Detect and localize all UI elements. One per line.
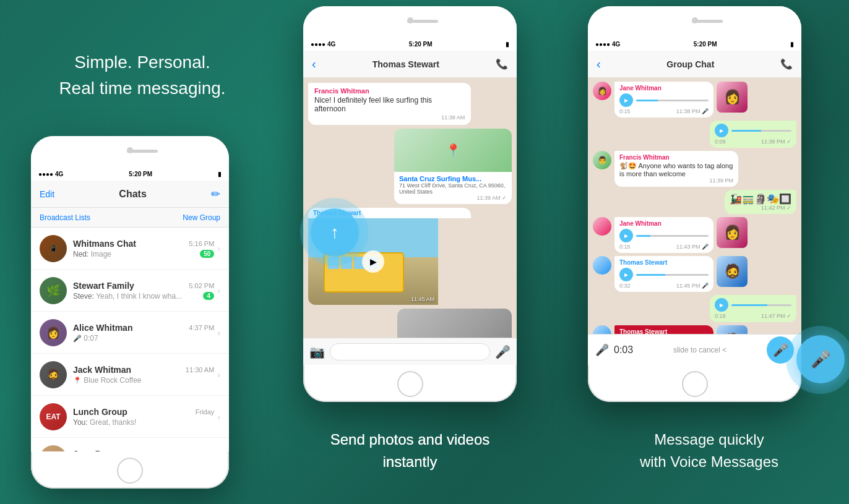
voice-time: 11:45 PM 🎤 [676, 283, 709, 289]
avatar: 🧔 [40, 361, 67, 388]
chevron-right-icon: › [217, 370, 220, 380]
back-button[interactable]: ‹ [597, 57, 601, 71]
mic-recording-icon: 🎤 [595, 343, 609, 357]
clock: 5:20 PM [694, 41, 717, 48]
chat-name: Whitmans Chat [73, 239, 136, 249]
chat-list: 📱 Whitmans Chat 5:16 PM Ned: Image 50 › [31, 228, 229, 451]
play-button[interactable]: ▶ [619, 268, 633, 281]
mic-button-large[interactable]: 🎤 [796, 335, 845, 383]
waveform [636, 100, 709, 101]
voice-message: Jane Whitman ▶ 0:15 11:43 PM 🎤 👩 [593, 217, 796, 253]
chat-preview: 🎤 0:07 [73, 334, 98, 343]
play-button[interactable]: ▶ [362, 250, 384, 273]
conversation-title: Thomas Stewart [373, 59, 439, 69]
emoji-bubble: 🚂🚃🗿🎭🔲 11:42 PM ✓ [725, 190, 796, 214]
voice-bubble: Jane Whitman ▶ 0:15 11:38 PM 🎤 [614, 82, 713, 117]
waveform [731, 130, 791, 132]
compose-button[interactable]: ✏ [211, 187, 220, 201]
chevron-right-icon: › [217, 286, 220, 296]
chat-name: Jack Whitman [73, 365, 131, 375]
status-bar: ●●●● 4G 5:20 PM ▮ [303, 37, 517, 51]
emoji-message: 🚂🚃🗿🎭🔲 11:42 PM ✓ [593, 190, 796, 214]
list-item[interactable]: 🧔 Jack Whitman 11:30 AM 📍 Blue Rock Coff… [31, 354, 229, 396]
list-item[interactable]: 👩‍🦰 Jane Pearson Friday 🔥💬 › [31, 438, 229, 451]
edit-button[interactable]: Edit [40, 189, 54, 199]
voice-chat-header: ‹ Group Chat 📞 [588, 51, 801, 78]
chat-time: 4:37 PM [189, 324, 214, 331]
recording-timer: 0:03 [614, 344, 633, 356]
avatar: 📱 [40, 235, 67, 262]
list-item[interactable]: 📱 Whitmans Chat 5:16 PM Ned: Image 50 › [31, 228, 229, 270]
play-button[interactable]: ▶ [619, 93, 633, 107]
text-bubble: Francis Whitman 🐒🤩 Anyone who wants to t… [614, 151, 738, 187]
voice-sender: Jane Whitman [619, 220, 709, 227]
voice-controls: ▶ [715, 298, 791, 312]
right-bottom-text: Message quicklywith Voice Messages [569, 429, 849, 473]
upload-button[interactable]: ↑ [311, 208, 359, 257]
chat-time: Friday [196, 450, 215, 452]
speaker [127, 150, 158, 153]
header-icons: 📞 [496, 58, 508, 70]
speaker [692, 20, 723, 23]
battery: ▮ [218, 171, 222, 177]
message-input[interactable] [330, 343, 490, 361]
chat-header: Edit Chats ✏ [31, 181, 229, 208]
chat-preview: You: Great, thanks! [73, 418, 136, 427]
video-time: 11:45 AM [411, 296, 434, 302]
list-item[interactable]: EAT Lunch Group Friday You: Great, thank… [31, 396, 229, 438]
voice-messages-area: 👩 Jane Whitman ▶ 0:15 11:38 PM 🎤 [588, 78, 801, 348]
screen-left: ●●●● 4G 5:20 PM ▮ Edit Chats ✏ Broadcast… [31, 167, 229, 451]
speaker [407, 20, 438, 23]
play-button[interactable]: ▶ [619, 229, 633, 242]
voice-message-sent: ▶ 0:09 11:38 PM ✓ [593, 121, 796, 148]
back-button[interactable]: ‹ [312, 57, 316, 71]
list-item[interactable]: 🌿 Stewart Family 5:02 PM Steve: Yeah, I … [31, 270, 229, 312]
emoji-content: 🚂🚃🗿🎭🔲 [730, 193, 791, 205]
signal-dots: ●●●● 4G [38, 171, 63, 177]
battery: ▮ [790, 41, 794, 48]
chat-conversation-header: ‹ Thomas Stewart 📞 [303, 51, 517, 78]
home-button[interactable] [397, 371, 423, 397]
voice-time: 11:38 PM 🎤 [676, 108, 709, 114]
list-item[interactable]: 👩 Alice Whitman 4:37 PM 🎤 0:07 › [31, 312, 229, 354]
center-bottom-text-static: Send photos and videosinstantly [303, 429, 517, 473]
voice-duration: 0:18 [715, 313, 726, 319]
voice-controls: ▶ [619, 93, 709, 107]
sender-photo: 🧔 [717, 256, 748, 287]
play-button[interactable]: ▶ [715, 124, 728, 137]
chat-time: 11:30 AM [186, 366, 214, 374]
home-button[interactable] [117, 458, 143, 484]
home-button[interactable] [682, 371, 708, 397]
voice-time: 11:38 PM ✓ [761, 139, 791, 145]
microphone-icon[interactable]: 🎤 [495, 344, 511, 359]
new-group-button[interactable]: New Group [183, 213, 220, 222]
voice-duration: 0:15 [619, 108, 631, 114]
message-text: 🐒🤩 Anyone who wants to tag along is more… [619, 162, 733, 177]
location-name: Santa Cruz Surfing Mus... [399, 175, 507, 182]
voice-meta: 0:18 11:47 PM ✓ [715, 313, 791, 319]
call-button[interactable]: 📞 [780, 58, 793, 70]
voice-message: 👩 Jane Whitman ▶ 0:15 11:38 PM 🎤 [593, 82, 796, 117]
voice-message: Thomas Stewart ▶ 0:32 11:45 PM 🎤 🧔 [593, 256, 796, 292]
screen-right: ●●●● 4G 5:20 PM ▮ ‹ Group Chat 📞 👩 Jane … [588, 37, 801, 365]
chat-name: Alice Whitman [73, 323, 132, 333]
clock: 5:20 PM [129, 171, 152, 177]
play-button[interactable]: ▶ [715, 298, 728, 312]
slide-to-cancel: slide to cancel < [638, 346, 762, 354]
tagline: Simple. Personal. Real time messaging. [59, 49, 225, 101]
voice-meta: 0:32 11:45 PM 🎤 [619, 283, 709, 289]
camera-icon[interactable]: 📷 [309, 344, 325, 359]
voice-controls: ▶ [619, 268, 709, 281]
sender-photo: 👩 [717, 217, 748, 248]
chats-title: Chats [119, 189, 146, 200]
broadcast-lists-button[interactable]: Broadcast Lists [40, 213, 90, 222]
emoji-time: 11:42 PM ✓ [730, 205, 791, 211]
chat-info: Whitmans Chat 5:16 PM Ned: Image 50 [73, 239, 214, 258]
voice-sender: Thomas Stewart [619, 259, 709, 266]
chat-name: Jane Pearson [73, 449, 129, 452]
sender-avatar: 👩 [593, 82, 611, 100]
unread-badge: 50 [200, 250, 214, 258]
status-bar: ●●●● 4G 5:20 PM ▮ [31, 167, 229, 181]
location-info: Santa Cruz Surfing Mus... 71 West Cliff … [394, 172, 512, 204]
sender-avatar: 👨 [593, 151, 611, 169]
